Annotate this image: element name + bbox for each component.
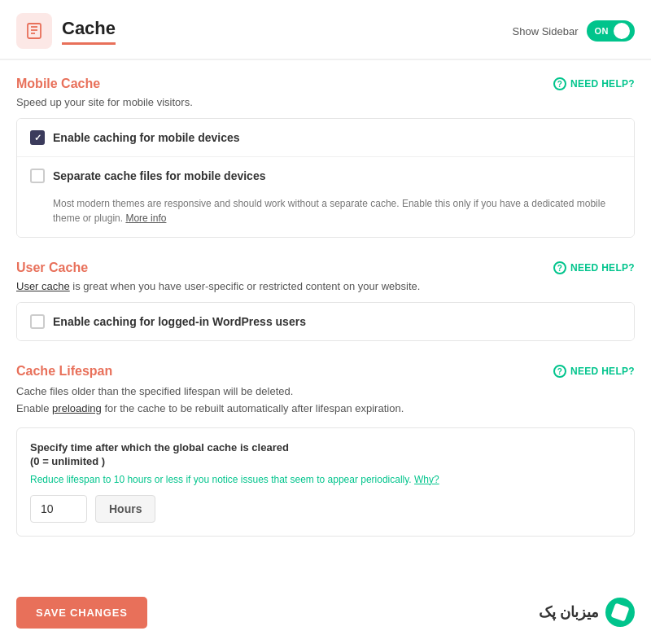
more-info-link[interactable]: More info (125, 212, 166, 224)
header-left: Cache (16, 13, 116, 49)
mobile-cache-card: Enable caching for mobile devices Separa… (16, 118, 635, 238)
mobile-cache-title: Mobile Cache (16, 77, 100, 91)
lifespan-warning: Reduce lifespan to 10 hours or less if y… (30, 474, 621, 485)
user-need-help-icon: ? (553, 261, 566, 274)
page-header: Cache Show Sidebar ON (0, 0, 651, 60)
user-cache-title: User Cache (16, 261, 88, 275)
svg-rect-0 (28, 24, 41, 38)
separate-cache-row: Separate cache files for mobile devices … (17, 157, 634, 237)
lifespan-description: Cache files older than the specified lif… (16, 383, 635, 418)
need-help-label: NEED HELP? (570, 78, 635, 90)
user-cache-header: User Cache ? NEED HELP? (16, 261, 635, 275)
brand-name: میزبان پک (539, 603, 599, 621)
page-title: Cache (62, 18, 116, 45)
lifespan-input[interactable] (30, 495, 87, 523)
enable-user-row: Enable caching for logged-in WordPress u… (17, 303, 634, 340)
enable-mobile-row: Enable caching for mobile devices (17, 119, 634, 157)
lifespan-card-subtitle: (0 = unlimited ) (30, 455, 621, 467)
lifespan-need-help-icon: ? (553, 365, 566, 378)
cache-icon (24, 21, 44, 41)
user-cache-need-help[interactable]: ? NEED HELP? (553, 261, 635, 274)
separate-cache-label: Separate cache files for mobile devices (53, 169, 265, 182)
lifespan-need-help[interactable]: ? NEED HELP? (553, 365, 635, 378)
save-changes-button[interactable]: SAVE CHANGES (16, 597, 147, 629)
lifespan-card: Specify time after which the global cach… (16, 427, 635, 537)
user-cache-card: Enable caching for logged-in WordPress u… (16, 302, 635, 341)
cache-lifespan-title: Cache Lifespan (16, 364, 112, 379)
mobile-cache-header: Mobile Cache ? NEED HELP? (16, 77, 635, 91)
enable-mobile-label: Enable caching for mobile devices (53, 131, 240, 144)
need-help-icon: ? (553, 77, 566, 90)
mobile-cache-need-help[interactable]: ? NEED HELP? (553, 77, 635, 90)
page-footer: SAVE CHANGES میزبان پک (0, 584, 651, 642)
enable-user-checkbox[interactable] (30, 314, 45, 329)
separate-cache-inner: Separate cache files for mobile devices (30, 169, 265, 183)
brand-icon-shape (610, 603, 629, 622)
enable-user-label: Enable caching for logged-in WordPress u… (53, 315, 306, 328)
toggle-circle (614, 23, 630, 39)
user-cache-link[interactable]: User cache (16, 280, 70, 292)
lifespan-input-row: Hours (30, 495, 621, 523)
user-cache-section: User Cache ? NEED HELP? User cache is gr… (16, 261, 635, 341)
main-content: Mobile Cache ? NEED HELP? Speed up your … (0, 60, 651, 576)
user-need-help-label: NEED HELP? (570, 262, 635, 274)
cache-icon-box (16, 13, 52, 49)
sidebar-toggle[interactable]: ON (587, 20, 636, 42)
cache-lifespan-section: Cache Lifespan ? NEED HELP? Cache files … (16, 364, 635, 537)
lifespan-unit: Hours (95, 495, 155, 523)
header-right: Show Sidebar ON (513, 20, 635, 42)
lifespan-card-title: Specify time after which the global cach… (30, 441, 621, 453)
mobile-cache-section: Mobile Cache ? NEED HELP? Speed up your … (16, 77, 635, 238)
separate-cache-description: Most modern themes are responsive and sh… (30, 196, 621, 226)
brand-icon (605, 598, 635, 627)
user-cache-description: User cache is great when you have user-s… (16, 280, 635, 292)
toggle-on-text: ON (595, 26, 609, 36)
separate-cache-checkbox[interactable] (30, 169, 45, 183)
lifespan-need-help-label: NEED HELP? (570, 366, 635, 377)
enable-mobile-checkbox[interactable] (30, 130, 45, 145)
sidebar-toggle-label: Show Sidebar (513, 25, 579, 37)
cache-lifespan-header: Cache Lifespan ? NEED HELP? (16, 364, 635, 379)
preloading-link[interactable]: preloading (52, 402, 102, 414)
mobile-cache-description: Speed up your site for mobile visitors. (16, 96, 635, 108)
brand-logo: میزبان پک (539, 598, 635, 627)
why-link[interactable]: Why? (414, 474, 439, 485)
